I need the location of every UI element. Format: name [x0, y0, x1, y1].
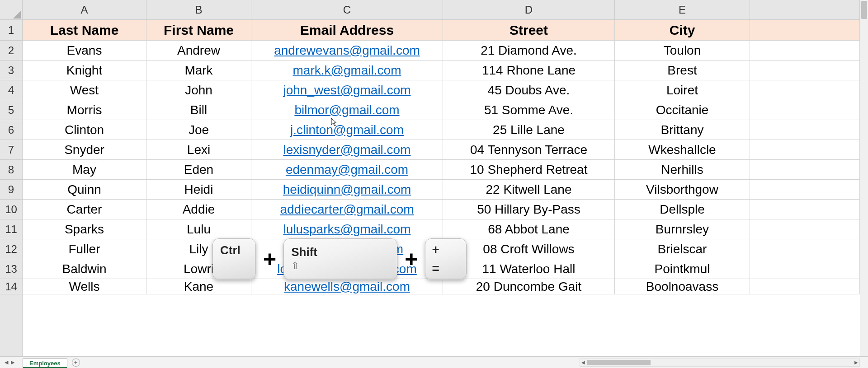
cell-firstname[interactable]: Heidi — [146, 180, 251, 200]
email-link[interactable]: heidiquinn@gmail.com — [283, 182, 411, 197]
cell-firstname[interactable]: Lowri — [146, 259, 251, 279]
cell-lastname[interactable]: Carter — [23, 200, 146, 219]
cell-email[interactable]: john_west@gmail.com — [251, 80, 443, 100]
email-link[interactable]: mark.k@gmail.com — [292, 63, 401, 78]
hscroll-right-icon[interactable]: ▶ — [853, 359, 859, 366]
cell-city[interactable]: Brittany — [615, 120, 750, 140]
email-link[interactable]: kanewells@gmail.com — [284, 279, 410, 294]
row-header-11[interactable]: 11 — [0, 219, 22, 239]
cell-street[interactable]: 11 Waterloo Hall — [443, 259, 615, 279]
cell-city[interactable]: Occitanie — [615, 100, 750, 120]
email-link[interactable]: bilmor@gmail.com — [294, 103, 399, 117]
cell-blank[interactable] — [750, 259, 860, 279]
cell-blank[interactable] — [750, 160, 860, 180]
cell-city[interactable]: Wkeshallcle — [615, 140, 750, 160]
email-link[interactable]: lexisnyder@gmail.com — [283, 143, 410, 157]
sheet-tab-employees[interactable]: Employees — [23, 359, 67, 368]
cell-lastname[interactable]: Morris — [23, 100, 146, 120]
cell-blank[interactable] — [750, 180, 860, 200]
cell-lastname[interactable]: May — [23, 160, 146, 180]
cell-lastname[interactable]: Snyder — [23, 140, 146, 160]
column-header-blank[interactable] — [750, 0, 860, 19]
cell-firstname[interactable]: Andrew — [146, 41, 251, 61]
email-link[interactable]: lilyfuller@gmail.com — [291, 242, 403, 256]
email-link[interactable]: lulusparks@gmail.com — [283, 222, 410, 237]
horizontal-scrollbar-thumb[interactable] — [587, 360, 651, 365]
cell-street[interactable]: 22 Kitwell Lane — [443, 180, 615, 200]
header-cell-C[interactable]: Email Address — [251, 20, 443, 41]
header-cell-E[interactable]: City — [615, 20, 750, 41]
cell-email[interactable]: andrewevans@gmail.com — [251, 41, 443, 61]
column-header-C[interactable]: C — [251, 0, 443, 19]
cell-city[interactable]: Brest — [615, 61, 750, 80]
email-link[interactable]: john_west@gmail.com — [283, 83, 410, 98]
cell-firstname[interactable]: Eden — [146, 160, 251, 180]
cell-street[interactable]: 50 Hillary By-Pass — [443, 200, 615, 219]
email-link[interactable]: edenmay@gmail.com — [286, 163, 408, 177]
cell-city[interactable]: Burnrsley — [615, 219, 750, 239]
cell-blank[interactable] — [750, 120, 860, 140]
cell-blank[interactable] — [750, 61, 860, 80]
cell-street[interactable]: 51 Somme Ave. — [443, 100, 615, 120]
cell-city[interactable]: Toulon — [615, 41, 750, 61]
vertical-scrollbar[interactable] — [860, 0, 868, 356]
header-cell-B[interactable]: First Name — [146, 20, 251, 41]
cell-street[interactable]: 20 Duncombe Gait — [443, 279, 615, 294]
cell-lastname[interactable]: Clinton — [23, 120, 146, 140]
row-header-13[interactable]: 13 — [0, 259, 22, 279]
cell-lastname[interactable]: Quinn — [23, 180, 146, 200]
cell-email[interactable]: j.clinton@gmail.com — [251, 120, 443, 140]
cell-blank[interactable] — [750, 219, 860, 239]
email-link[interactable]: j.clinton@gmail.com — [290, 123, 404, 137]
cell-street[interactable]: 08 Croft Willows — [443, 239, 615, 259]
cell-firstname[interactable]: Joe — [146, 120, 251, 140]
cell-email[interactable]: lexisnyder@gmail.com — [251, 140, 443, 160]
cell-blank[interactable] — [750, 200, 860, 219]
row-header-12[interactable]: 12 — [0, 239, 22, 259]
cell-firstname[interactable]: Kane — [146, 279, 251, 294]
cell-street[interactable]: 21 Diamond Ave. — [443, 41, 615, 61]
cell-street[interactable]: 114 Rhone Lane — [443, 61, 615, 80]
cell-blank[interactable] — [750, 239, 860, 259]
vertical-scrollbar-thumb[interactable] — [861, 1, 867, 19]
sheet-nav-prev-icon[interactable]: ◀ — [5, 359, 8, 365]
cell-street[interactable]: 04 Tennyson Terrace — [443, 140, 615, 160]
email-link[interactable]: addiecarter@gmail.com — [280, 202, 414, 217]
cell-blank[interactable] — [750, 80, 860, 100]
cell-street[interactable]: 68 Abbot Lane — [443, 219, 615, 239]
row-header-1[interactable]: 1 — [0, 20, 22, 41]
cell-lastname[interactable]: Knight — [23, 61, 146, 80]
cell-firstname[interactable]: Lulu — [146, 219, 251, 239]
header-cell-A[interactable]: Last Name — [23, 20, 146, 41]
row-header-2[interactable]: 2 — [0, 41, 22, 61]
email-link[interactable]: andrewevans@gmail.com — [274, 43, 420, 58]
cell-email[interactable]: bilmor@gmail.com — [251, 100, 443, 120]
row-header-10[interactable]: 10 — [0, 200, 22, 219]
cell-city[interactable]: Dellsple — [615, 200, 750, 219]
cell-lastname[interactable]: Wells — [23, 279, 146, 294]
cell-email[interactable]: lowribaldwin@gmail.com — [251, 259, 443, 279]
cell-blank[interactable] — [750, 20, 860, 41]
cell-firstname[interactable]: Lexi — [146, 140, 251, 160]
row-header-6[interactable]: 6 — [0, 120, 22, 140]
cell-city[interactable]: Brielscar — [615, 239, 750, 259]
row-header-7[interactable]: 7 — [0, 140, 22, 160]
sheet-nav-next-icon[interactable]: ▶ — [11, 359, 14, 365]
cell-blank[interactable] — [750, 100, 860, 120]
header-cell-D[interactable]: Street — [443, 20, 615, 41]
cell-lastname[interactable]: Fuller — [23, 239, 146, 259]
cell-city[interactable]: Loiret — [615, 80, 750, 100]
cell-email[interactable]: lulusparks@gmail.com — [251, 219, 443, 239]
email-link[interactable]: lowribaldwin@gmail.com — [277, 262, 417, 276]
cell-city[interactable]: Nerhills — [615, 160, 750, 180]
cell-firstname[interactable]: Bill — [146, 100, 251, 120]
hscroll-left-icon[interactable]: ◀ — [580, 359, 586, 366]
row-header-4[interactable]: 4 — [0, 80, 22, 100]
cell-blank[interactable] — [750, 41, 860, 61]
column-header-A[interactable]: A — [23, 0, 146, 19]
cell-lastname[interactable]: Evans — [23, 41, 146, 61]
horizontal-scrollbar[interactable]: ◀ ▶ — [580, 359, 860, 367]
select-all-corner[interactable] — [0, 0, 23, 20]
cell-email[interactable]: mark.k@gmail.com — [251, 61, 443, 80]
cell-lastname[interactable]: Sparks — [23, 219, 146, 239]
